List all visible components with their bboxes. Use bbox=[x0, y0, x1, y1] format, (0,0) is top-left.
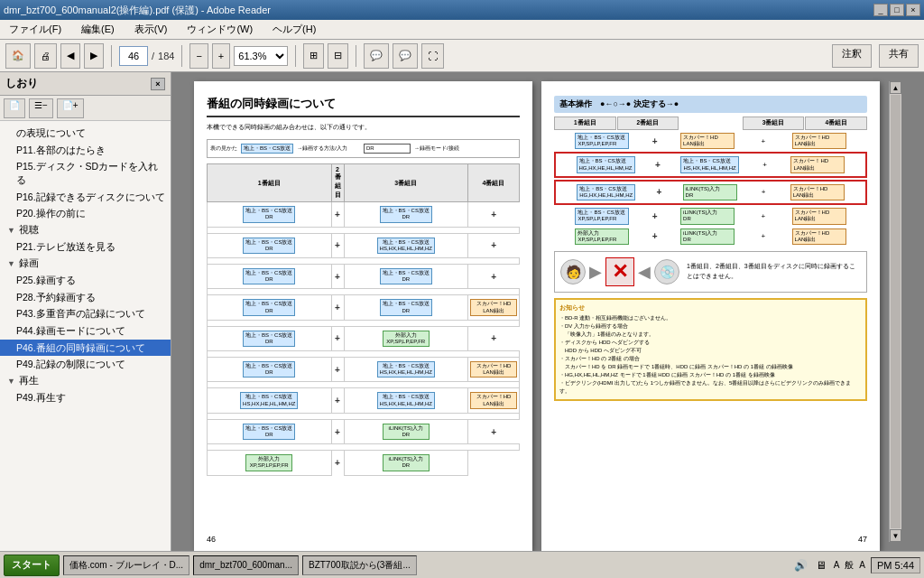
sidebar-item-6[interactable]: P21.テレビ放送を見る bbox=[0, 238, 171, 256]
toolbar-zoom-in-button[interactable]: + bbox=[212, 43, 230, 69]
cr-d1: 地上・BS・CS放送XP,SP,LP,EP,FR bbox=[575, 208, 629, 224]
toolbar-share2-button[interactable]: 💬 bbox=[393, 43, 418, 69]
cell-4-1: 地上・BS・CS放送DR bbox=[208, 295, 332, 320]
sidebar-tool-btn1[interactable]: 📄 bbox=[4, 98, 25, 118]
share-button[interactable]: 共有 bbox=[879, 44, 919, 68]
sidebar-item-8[interactable]: P25.録画する bbox=[0, 272, 171, 289]
scroll-down-button[interactable]: ▼ bbox=[890, 529, 901, 542]
scrollbar[interactable]: ▲ ▼ bbox=[889, 81, 901, 542]
minimize-button[interactable]: _ bbox=[873, 4, 888, 16]
combo-h3: 3番組目 bbox=[743, 117, 805, 130]
notice-item-7: ・HG,HX,HE,HL,HM,HZ モードで 1番組 HDD に録画 スカパー… bbox=[559, 371, 862, 379]
sidebar-item-3[interactable]: P16.記録できるディスクについて bbox=[0, 189, 171, 206]
page46-subtitle: 本機でできる同時録画の組み合わせは、以下の通りです。 bbox=[207, 123, 520, 132]
taskbar-item-0[interactable]: 価格.com - ブルーレイ・D... bbox=[63, 555, 189, 575]
sidebar-item-2[interactable]: P15.ディスク・SDカードを入れる bbox=[0, 158, 171, 188]
toolbar-separator4 bbox=[356, 45, 356, 67]
plus-d2: + bbox=[761, 212, 765, 220]
sidebar-item-11[interactable]: P44.録画モードについて bbox=[0, 322, 171, 340]
channel-box-ext: 外部入力XP,SP,LP,EP,FR bbox=[383, 331, 430, 347]
start-button[interactable]: スタート bbox=[4, 555, 60, 576]
col-header-4: 4番組目 bbox=[468, 164, 520, 202]
menu-view[interactable]: 表示(V) bbox=[131, 21, 171, 38]
table-row: 地上・BS・CS放送DR + 地上・BS・CS放送DR + bbox=[208, 202, 520, 227]
toolbar-forward-button[interactable]: ▶ bbox=[84, 43, 104, 69]
page46-num: 46 bbox=[207, 535, 216, 544]
toolbar-back-button[interactable]: ◀ bbox=[60, 43, 80, 69]
menu-file[interactable]: ファイル(F) bbox=[5, 21, 65, 38]
sidebar-tools: 📄 ☰− 📄+ bbox=[0, 96, 171, 121]
systray-text-a2: A bbox=[859, 560, 865, 570]
toolbar-zoom-out-button[interactable]: − bbox=[189, 43, 208, 69]
cell-4-4: スカパー！HDLAN録出 bbox=[468, 295, 520, 320]
cr-c2: iLINK(TS)入力DR bbox=[683, 184, 737, 200]
legend-arrow2: →録画モード/接続 bbox=[414, 144, 459, 153]
annotation-button[interactable]: 注釈 bbox=[832, 44, 872, 68]
taskbar-item-2[interactable]: BZT700取説から(3番組... bbox=[302, 555, 417, 575]
table-row: 地上・BS・CS放送HS,HX,HE,HL,HM,HZ + 地上・BS・CS放送… bbox=[208, 388, 520, 413]
taskbar-item-1[interactable]: dmr_bzt700_600man... bbox=[193, 555, 299, 575]
plus-e2: + bbox=[761, 232, 765, 240]
sidebar-close-button[interactable]: × bbox=[151, 78, 165, 90]
notice-item-8: ・ビデクリンク(HDMI 出力して)たら 1つしか録画できません。なお、5番組目… bbox=[559, 379, 862, 396]
sidebar-section-recording[interactable]: ▼ 録画 bbox=[0, 256, 171, 272]
scroll-thumb[interactable] bbox=[891, 95, 901, 528]
channel-box: 地上・BS・CS放送DR bbox=[243, 206, 295, 222]
cell-2-1: 地上・BS・CS放送DR bbox=[208, 233, 332, 257]
pdf-area: 番組の同時録画について 本機でできる同時録画の組み合わせは、以下の通りです。 表… bbox=[171, 72, 924, 551]
channel-box: 地上・BS・CS放送HS,HX,HE,HL,HM,HZ bbox=[240, 392, 298, 408]
sidebar-section-viewing[interactable]: ▼ 視聴 bbox=[0, 222, 171, 238]
toolbar-speech-button[interactable]: 💬 bbox=[364, 43, 389, 69]
sidebar-item-12[interactable]: P46.番組の同時録画について bbox=[0, 340, 171, 357]
row-separator6 bbox=[208, 382, 520, 388]
combo-h4: 4番組目 bbox=[805, 117, 867, 130]
sidebar-item-1[interactable]: P11.各部のはたらき bbox=[0, 142, 171, 159]
toolbar-fullscreen-button[interactable]: ⛶ bbox=[421, 43, 444, 69]
sidebar-section-recording-label: 録画 bbox=[19, 257, 39, 270]
legend-box: 表の見かた 地上・BS・CS放送 →録画する方法/入力 DR →録画モード/接続 bbox=[207, 139, 520, 158]
sidebar-tool-btn3[interactable]: 📄+ bbox=[57, 98, 84, 118]
sidebar-item-0[interactable]: の表現について bbox=[0, 125, 171, 142]
table-row: 地上・BS・CS放送DR + 外部入力XP,SP,LP,EP,FR + bbox=[208, 326, 520, 350]
channel-box: 地上・BS・CS放送DR bbox=[380, 299, 432, 315]
channel-box-ext2: iLINK(TS)入力DR bbox=[383, 424, 430, 440]
menu-help[interactable]: ヘルプ(H) bbox=[269, 21, 319, 38]
cr-a1: 地上・BS・CS放送XP,SP,LP,EP,FR bbox=[575, 133, 629, 149]
close-button[interactable]: × bbox=[906, 4, 920, 16]
plus-cell2: + bbox=[468, 202, 520, 227]
cell-8-1: 地上・BS・CS放送DR bbox=[208, 419, 332, 443]
table-row: 地上・BS・CS放送DR + 地上・BS・CS放送HS,HX,HE,HL,HM,… bbox=[208, 233, 520, 257]
zoom-select[interactable]: 61.3% 50% 75% 100% bbox=[234, 46, 288, 66]
menu-edit[interactable]: 編集(E) bbox=[78, 21, 118, 38]
row-separator7 bbox=[208, 413, 520, 419]
sidebar-item-15[interactable]: P49.再生す bbox=[0, 389, 171, 406]
systray-text-a: A bbox=[834, 560, 840, 570]
disc-icon: 💿 bbox=[654, 259, 679, 284]
toolbar-fit-width-button[interactable]: ⊟ bbox=[328, 43, 348, 69]
diagram-table-46: 1番組目 2番組目 3番組目 4番組目 地上・BS・CS放送DR + bbox=[207, 163, 520, 475]
page-number-input[interactable] bbox=[119, 46, 148, 66]
toolbar-print-button[interactable]: 🖨 bbox=[34, 43, 57, 69]
sidebar-section-playback[interactable]: ▼ 再生 bbox=[0, 373, 171, 389]
sidebar-item-13[interactable]: P49.記録の制限について bbox=[0, 356, 171, 373]
cr-d2: iLINK(TS)入力DR bbox=[680, 208, 735, 224]
maximize-button[interactable]: □ bbox=[890, 4, 904, 16]
pdf-page-47: 基本操作 ●←○→● 決定する→● 1番組目 2番組目 3番組目 4番組目 地上… bbox=[541, 81, 880, 551]
cr-e3: スカパー！HDLAN録出 bbox=[792, 228, 846, 245]
menu-window[interactable]: ウィンドウ(W) bbox=[183, 21, 256, 38]
sidebar-item-10[interactable]: P43.多重音声の記録について bbox=[0, 305, 171, 322]
sidebar-item-9[interactable]: P28.予約録画する bbox=[0, 289, 171, 306]
channel-box-sky2: スカパー！HDLAN録出 bbox=[470, 361, 517, 378]
plus-b2: + bbox=[762, 161, 767, 169]
notice-item-2: 「映像入力」1番組のみとなります。 bbox=[559, 331, 862, 339]
toolbar-home-button[interactable]: 🏠 bbox=[5, 43, 31, 69]
sidebar-item-4[interactable]: P20.操作の前に bbox=[0, 205, 171, 222]
plus-d: + bbox=[652, 211, 658, 221]
toolbar-fit-page-button[interactable]: ⊞ bbox=[303, 43, 324, 69]
sidebar-tool-btn2[interactable]: ☰− bbox=[29, 98, 53, 118]
cr-e1: 外部入力XP,SP,LP,EP,FR bbox=[575, 228, 629, 245]
channel-box: 地上・BS・CS放送HS,HX,HE,HL,HM,HZ bbox=[377, 361, 435, 378]
scroll-up-button[interactable]: ▲ bbox=[890, 81, 901, 94]
plus-a: + bbox=[652, 136, 658, 146]
plus-a2: + bbox=[761, 137, 765, 145]
